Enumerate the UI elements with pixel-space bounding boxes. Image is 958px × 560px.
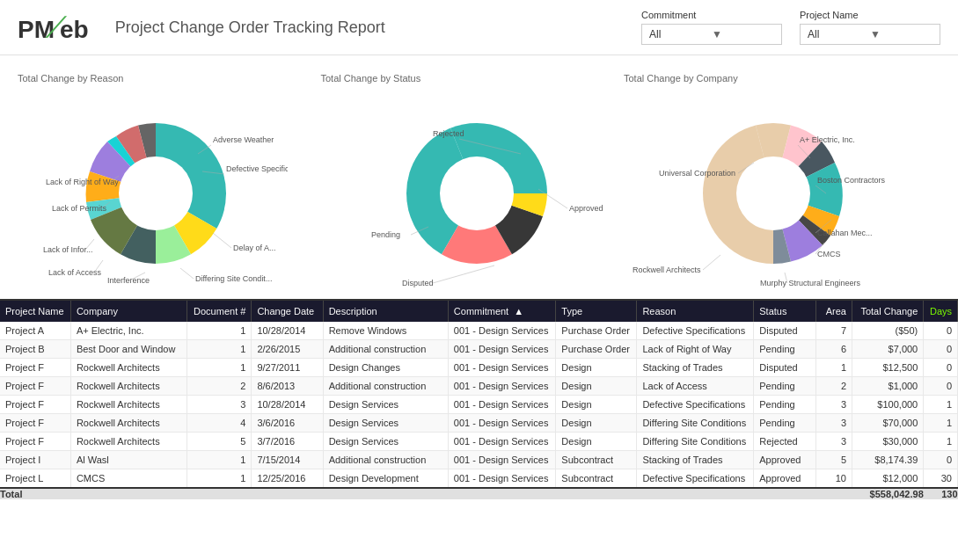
col-header-doc[interactable]: Document # <box>186 301 251 322</box>
chart-reason: Total Change by Reason <box>18 73 312 281</box>
logo-slash: ⁄ <box>49 9 64 46</box>
cell-project: Project F <box>0 414 70 433</box>
cell-doc: 1 <box>186 340 251 359</box>
label-lack-permits: Lack of Permits <box>52 204 107 213</box>
cell-date: 3/7/2016 <box>252 433 323 451</box>
commitment-filter-group: Commitment All ▼ <box>641 10 782 45</box>
cell-doc: 1 <box>186 469 251 489</box>
cell-reason: Differing Site Conditions <box>637 414 754 433</box>
cell-project: Project F <box>0 359 70 377</box>
cell-date: 7/15/2014 <box>252 451 323 469</box>
total-label: Total <box>0 488 852 499</box>
col-header-reason[interactable]: Reason <box>637 301 754 322</box>
svg-point-0 <box>119 156 193 230</box>
total-days: 130 <box>924 488 958 499</box>
cell-doc: 3 <box>186 396 251 414</box>
cell-days: 1 <box>924 396 958 414</box>
cell-type: Design <box>556 433 637 451</box>
cell-project: Project F <box>0 396 70 414</box>
col-header-commitment[interactable]: Commitment ▲ <box>448 301 556 322</box>
cell-desc: Design Development <box>323 469 448 489</box>
col-header-status[interactable]: Status <box>754 301 816 322</box>
cell-total: $8,174.39 <box>852 451 924 469</box>
col-header-project[interactable]: Project Name <box>0 301 70 322</box>
project-filter-group: Project Name All ▼ <box>800 10 940 45</box>
donut-company-svg: A+ Electric, Inc. Boston Contractors Cal… <box>624 88 958 290</box>
chart-status: Total Change by Status <box>321 73 616 281</box>
charts-section: Total Change by Reason <box>0 55 958 299</box>
cell-type: Design <box>556 359 637 377</box>
cell-type: Design <box>556 396 637 414</box>
cell-type: Purchase Order <box>556 322 637 340</box>
cell-days: 1 <box>924 414 958 433</box>
cell-commitment: 001 - Design Services <box>448 433 556 451</box>
table-row: Project A A+ Electric, Inc. 1 10/28/2014… <box>0 322 958 340</box>
cell-commitment: 001 - Design Services <box>448 322 556 340</box>
donut-status-svg: Rejected Pending Disputed Approved <box>345 88 626 290</box>
cell-commitment: 001 - Design Services <box>448 377 556 396</box>
svg-line-21 <box>703 255 720 270</box>
donut-status: Rejected Pending Disputed Approved <box>345 88 591 281</box>
cell-area: 5 <box>816 451 852 469</box>
table-header-row: Project Name Company Document # Change D… <box>0 301 958 322</box>
label-interference: Interference <box>107 276 150 285</box>
cell-doc: 1 <box>186 322 251 340</box>
cell-company: Al Wasl <box>70 451 186 469</box>
project-name-select[interactable]: All ▼ <box>800 24 940 45</box>
donut-company: A+ Electric, Inc. Boston Contractors Cal… <box>624 88 940 281</box>
col-header-days[interactable]: Days <box>924 301 958 322</box>
table-row: Project F Rockwell Architects 5 3/7/2016… <box>0 433 958 451</box>
cell-reason: Lack of Right of Way <box>637 340 754 359</box>
table-total-row: Total $558,042.98 130 <box>0 488 958 499</box>
cell-company: A+ Electric, Inc. <box>70 322 186 340</box>
svg-line-3 <box>213 233 231 248</box>
cell-reason: Lack of Access <box>637 377 754 396</box>
label-disputed: Disputed <box>402 279 434 287</box>
cell-status: Rejected <box>754 433 816 451</box>
cell-area: 1 <box>816 359 852 377</box>
cell-desc: Design Changes <box>323 359 448 377</box>
cell-doc: 1 <box>186 451 251 469</box>
cell-commitment: 001 - Design Services <box>448 469 556 489</box>
cell-date: 12/25/2016 <box>252 469 323 489</box>
cell-reason: Defective Specifications <box>637 469 754 489</box>
cell-area: 10 <box>816 469 852 489</box>
cell-desc: Additional construction <box>323 451 448 469</box>
chart-company-title: Total Change by Company <box>624 73 738 84</box>
cell-days: 30 <box>924 469 958 489</box>
cell-status: Pending <box>754 414 816 433</box>
cell-total: $12,500 <box>852 359 924 377</box>
table-row: Project F Rockwell Architects 4 3/6/2016… <box>0 414 958 433</box>
col-header-type[interactable]: Type <box>556 301 637 322</box>
cell-status: Pending <box>754 396 816 414</box>
project-name-value: All <box>808 28 870 40</box>
cell-reason: Stacking of Trades <box>637 451 754 469</box>
col-header-total[interactable]: Total Change <box>852 301 924 322</box>
donut-reason-svg: Adverse Weather Defective Specific... De… <box>41 88 288 290</box>
cell-status: Pending <box>754 340 816 359</box>
cell-type: Design <box>556 414 637 433</box>
svg-point-10 <box>440 156 514 230</box>
cell-desc: Design Services <box>323 396 448 414</box>
commitment-select[interactable]: All ▼ <box>641 24 782 45</box>
cell-days: 0 <box>924 359 958 377</box>
chart-company: Total Change by Company <box>624 73 940 281</box>
table-row: Project F Rockwell Architects 2 8/6/2013… <box>0 377 958 396</box>
cell-commitment: 001 - Design Services <box>448 451 556 469</box>
col-header-desc[interactable]: Description <box>323 301 448 322</box>
label-callahan: Callahan Mec... <box>817 229 873 237</box>
cell-project: Project F <box>0 433 70 451</box>
commitment-value: All <box>649 28 712 40</box>
label-universal: Universal Corporation <box>659 169 735 178</box>
cell-company: Best Door and Window <box>70 340 186 359</box>
col-header-date[interactable]: Change Date <box>252 301 323 322</box>
cell-area: 7 <box>816 322 852 340</box>
col-header-area[interactable]: Area <box>816 301 852 322</box>
col-header-company[interactable]: Company <box>70 301 186 322</box>
cell-total: ($50) <box>852 322 924 340</box>
report-title: Project Change Order Tracking Report <box>115 18 641 37</box>
cell-total: $12,000 <box>852 469 924 489</box>
cell-area: 3 <box>816 433 852 451</box>
donut-reason: Adverse Weather Defective Specific... De… <box>41 88 288 281</box>
cell-days: 0 <box>924 322 958 340</box>
